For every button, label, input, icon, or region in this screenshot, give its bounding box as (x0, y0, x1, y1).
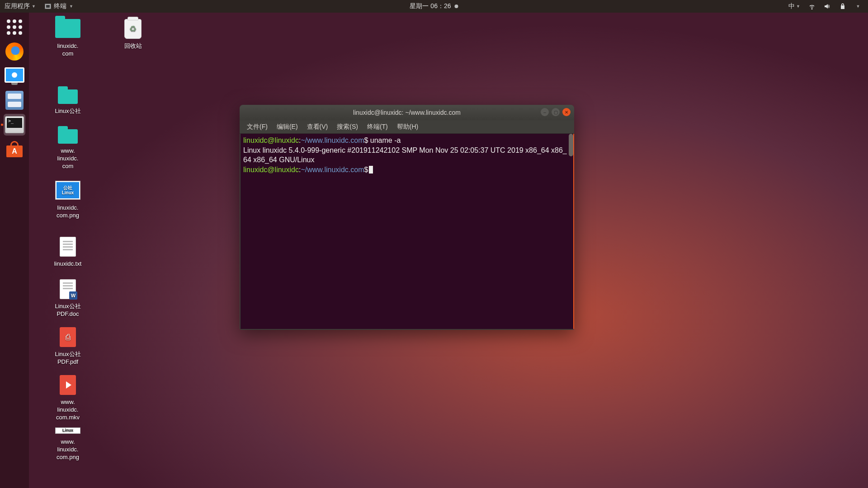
dock-terminal[interactable] (4, 114, 25, 136)
datetime-label: 星期一 06：26 (410, 2, 451, 10)
notification-dot-icon (455, 5, 458, 8)
icon-label: linuxidc.txt (45, 260, 90, 268)
menu-edit[interactable]: 编辑(E) (273, 122, 302, 132)
software-store-icon (5, 141, 24, 157)
window-title: linuxidc@linuxidc: ~/www.linuxidc.com (353, 109, 461, 116)
dock-files[interactable] (4, 89, 25, 111)
top-panel: 应用程序 ▼ 终端 ▼ 星期一 06：26 中 ▼ (0, 0, 868, 13)
icon-label: Linux公社PDF.pdf (45, 351, 90, 366)
desktop-root: 应用程序 ▼ 终端 ▼ 星期一 06：26 中 ▼ (0, 0, 868, 488)
scrollbar-thumb[interactable] (569, 134, 573, 156)
terminal-menubar: 文件(F) 编辑(E) 查看(V) 搜索(S) 终端(T) 帮助(H) (240, 120, 574, 134)
icon-label: linuxidc.com.png (45, 204, 90, 220)
image-thumb-icon: 公社Linux (55, 181, 80, 200)
volume-icon[interactable] (824, 3, 831, 10)
menu-view[interactable]: 查看(V) (303, 122, 332, 132)
lock-icon[interactable] (839, 3, 846, 10)
icon-label: www.linuxidc.com.mkv (45, 399, 90, 422)
chevron-down-icon: ▼ (32, 4, 36, 9)
screenshot-icon (5, 67, 24, 85)
icon-label: Linux公社PDF.doc (45, 303, 90, 318)
pdf-file-icon: ⎙ (60, 327, 76, 347)
active-app-label: 终端 (54, 2, 66, 10)
system-menu-icon[interactable]: ▼ (854, 3, 862, 10)
text-file-icon (60, 237, 76, 257)
trash-icon (124, 19, 142, 39)
terminal-icon (5, 116, 24, 133)
chevron-down-icon: ▼ (69, 4, 73, 9)
desktop-folder-www[interactable]: www.linuxidc.com (45, 129, 90, 170)
icon-label: Linux公社 (45, 108, 90, 115)
window-maximize-button[interactable]: ▢ (552, 108, 560, 116)
desktop-video-file[interactable]: www.linuxidc.com.mkv (45, 375, 90, 422)
folder-icon (58, 129, 78, 144)
menu-file[interactable]: 文件(F) (243, 122, 271, 132)
cursor-icon (369, 166, 373, 174)
desktop-folder-linuxgongshe[interactable]: Linux公社 (45, 89, 90, 115)
window-resize-edge[interactable] (573, 134, 574, 329)
clock[interactable]: 星期一 06：26 (410, 2, 458, 10)
desktop-pdf-file[interactable]: ⎙ Linux公社PDF.pdf (45, 327, 90, 366)
icon-label: www.linuxidc.com (45, 147, 90, 170)
desktop-image-linuxidc-png[interactable]: 公社Linux linuxidc.com.png (45, 181, 90, 220)
dock-firefox[interactable] (4, 41, 25, 62)
window-minimize-button[interactable]: – (541, 108, 549, 116)
terminal-prompt: linuxidc@linuxidc:~/www.linuxidc.com$ (243, 165, 571, 175)
desktop-text-file[interactable]: linuxidc.txt (45, 237, 90, 268)
menu-terminal[interactable]: 终端(T) (363, 122, 392, 132)
ime-label: 中 (788, 2, 795, 10)
desktop-doc-file[interactable]: W Linux公社PDF.doc (45, 279, 90, 318)
window-close-button[interactable]: ✕ (562, 108, 571, 116)
folder-icon (58, 89, 78, 104)
dock (0, 13, 29, 488)
active-app-menu[interactable]: 终端 ▼ (45, 2, 73, 10)
files-icon (5, 91, 24, 110)
terminal-small-icon (45, 4, 51, 9)
terminal-viewport[interactable]: linuxidc@linuxidc:~/www.linuxidc.com$ un… (241, 134, 573, 329)
desktop-trash[interactable]: 回收站 (110, 19, 156, 50)
icon-label: 回收站 (110, 42, 156, 50)
terminal-window[interactable]: linuxidc@linuxidc: ~/www.linuxidc.com – … (240, 105, 574, 330)
folder-icon (55, 19, 80, 38)
dock-screenshot[interactable] (4, 65, 25, 87)
input-method-indicator[interactable]: 中 ▼ (788, 2, 800, 10)
applications-menu[interactable]: 应用程序 ▼ (5, 2, 36, 10)
applications-label: 应用程序 (5, 2, 30, 10)
terminal-line: linuxidc@linuxidc:~/www.linuxidc.com$ un… (243, 136, 571, 145)
running-indicator-icon (1, 124, 3, 126)
video-file-icon (60, 375, 76, 395)
apps-grid-icon (7, 19, 22, 35)
dock-show-applications[interactable] (4, 16, 25, 38)
image-thumb-icon: Linux (55, 427, 80, 434)
menu-search[interactable]: 搜索(S) (333, 122, 362, 132)
desktop-image-www-png[interactable]: Linux www.linuxidc.com.png (45, 427, 90, 461)
dock-software[interactable] (4, 138, 25, 160)
network-wifi-icon[interactable] (808, 3, 816, 10)
doc-file-icon: W (60, 279, 76, 299)
menu-help[interactable]: 帮助(H) (393, 122, 422, 132)
chevron-down-icon: ▼ (796, 4, 800, 9)
desktop-folder-linuxidc[interactable]: linuxidc.com (45, 19, 90, 58)
terminal-titlebar[interactable]: linuxidc@linuxidc: ~/www.linuxidc.com – … (240, 105, 574, 120)
terminal-output: Linux linuxidc 5.4.0-999-generic #201911… (243, 145, 571, 165)
icon-label: linuxidc.com (45, 42, 90, 58)
firefox-icon (5, 42, 24, 61)
icon-label: www.linuxidc.com.png (45, 438, 90, 461)
